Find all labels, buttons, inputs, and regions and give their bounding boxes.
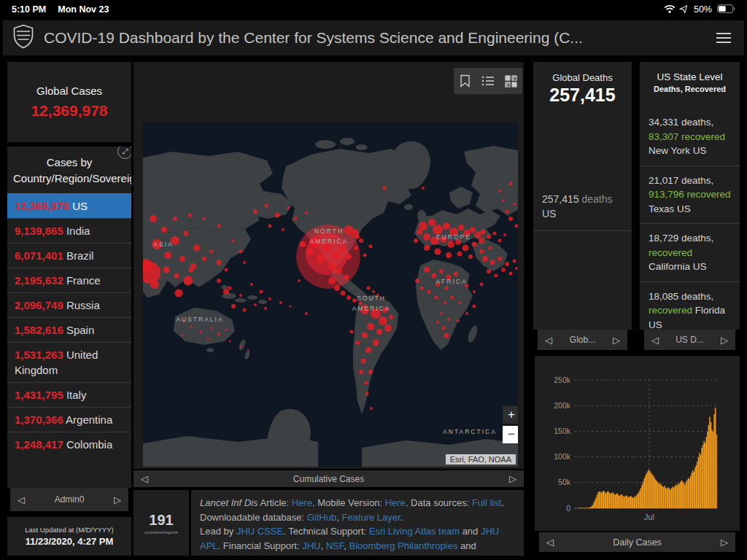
state-row[interactable]: 34,331 deaths, 83,307 recovered New York…	[640, 108, 740, 166]
page-title: COVID-19 Dashboard by the Center for Sys…	[44, 29, 703, 47]
expand-icon[interactable]: ⤢	[117, 147, 131, 159]
credit-link[interactable]: Full list	[472, 497, 501, 508]
credit-text: . Mobile Version:	[312, 497, 385, 508]
pager-prev-icon[interactable]: ◁	[545, 335, 552, 346]
state-row[interactable]: 21,017 deaths, 913,796 recovered Texas U…	[640, 166, 740, 225]
location-arrow-icon	[681, 4, 689, 15]
global-cases-panel: Global Cases 12,369,978	[7, 62, 131, 142]
country-row[interactable]: 1,531,263 United Kingdom	[7, 342, 131, 382]
pager-label: Glob...	[552, 335, 613, 345]
wifi-icon	[664, 4, 676, 15]
bookmark-icon[interactable]	[458, 74, 473, 88]
country-list: 12,369,978 US9,139,865 India6,071,401 Br…	[7, 193, 131, 456]
country-row[interactable]: 2,096,749 Russia	[7, 292, 131, 317]
global-deaths-value: 257,415	[533, 85, 632, 106]
y-tick-label: 100k	[554, 452, 571, 461]
jhu-logo-icon	[13, 24, 34, 52]
x-tick-label: Jul	[644, 513, 654, 521]
credit-link[interactable]: NSF	[326, 540, 344, 551]
country-name: US	[72, 200, 88, 212]
daily-cases-chart: 050k100k150k200k250kJul	[535, 356, 740, 531]
y-tick-label: 150k	[554, 427, 571, 435]
cases-by-country-title: Cases by Country/Region/Sovereignty	[7, 147, 131, 193]
pager-next-icon[interactable]: ▷	[613, 335, 620, 346]
state-recovered: recovered	[649, 305, 692, 316]
credit-link[interactable]: Here	[292, 497, 312, 508]
credit-text: Lead by	[200, 526, 236, 537]
case-count: 1,431,795	[15, 389, 63, 401]
pager-label: Daily Cases	[554, 537, 721, 548]
credit-text: Article:	[258, 497, 292, 508]
us-state-level-panel: US State Level Deaths, Recovered 34,331 …	[640, 62, 740, 330]
last-updated-panel: Last Updated at (M/D/YYYY) 11/23/2020, 4…	[7, 517, 131, 556]
credit-text: . Technical Support:	[283, 526, 369, 537]
countries-count-panel: 191 countries/regions	[133, 490, 189, 556]
country-row[interactable]: 1,582,616 Spain	[7, 317, 131, 342]
pager-prev-icon[interactable]: ◁	[651, 335, 659, 346]
country-row[interactable]: 2,195,632 France	[7, 268, 131, 292]
world-map[interactable]: ASIANORTH AMERICAEUROPEAFRICASOUTH AMERI…	[143, 122, 518, 467]
country-row[interactable]: 1,431,795 Italy	[7, 382, 131, 407]
country-name: Colombia	[66, 438, 112, 451]
credit-link[interactable]: Esri Living Atlas team	[369, 526, 460, 537]
credit-text: ,	[320, 540, 325, 551]
pager-next-icon[interactable]: ▷	[721, 537, 728, 548]
pager-label: US D...	[659, 335, 721, 345]
pager-next-icon[interactable]: ▷	[509, 473, 516, 484]
credit-text: ,	[344, 540, 349, 551]
pager-next-icon[interactable]: ▷	[114, 494, 121, 505]
pager-label: Admin0	[25, 494, 114, 505]
zoom-in-button[interactable]: +	[503, 406, 518, 424]
state-place: New York US	[649, 145, 707, 156]
screen: 5:10 PM Mon Nov 23 50% COVID-19 Dashboar…	[0, 0, 747, 560]
country-row[interactable]: 6,071,401 Brazil	[7, 243, 131, 268]
country-name: Argentina	[66, 413, 112, 426]
map-attribution: Esri, FAO, NOAA	[446, 454, 516, 464]
state-place: Texas US	[649, 203, 691, 214]
credit-text: Lancet Inf Dis	[200, 497, 258, 508]
global-deaths-panel: Global Deaths 257,415 257,415 deaths US	[533, 62, 632, 330]
basemap-icon[interactable]	[503, 74, 518, 88]
state-row[interactable]: 18,729 deaths, recovered California US	[640, 224, 740, 282]
credit-link[interactable]: Here	[385, 497, 406, 508]
credit-link[interactable]: GitHub	[307, 512, 336, 523]
global-deaths-label: Global Deaths	[533, 72, 632, 83]
state-place: California US	[649, 261, 707, 272]
country-row[interactable]: 9,139,865 India	[7, 218, 131, 243]
last-updated-label: Last Updated at (M/D/YYYY)	[25, 526, 113, 534]
pager-prev-icon[interactable]: ◁	[546, 537, 554, 548]
last-updated-value: 11/23/2020, 4:27 PM	[26, 536, 114, 547]
state-recovered: 83,307 recovered	[649, 131, 725, 142]
case-count: 1,582,616	[15, 324, 63, 336]
credit-text: . Financial Support:	[218, 540, 303, 551]
credit-link[interactable]: Feature Layer	[341, 512, 400, 523]
credit-text: and	[457, 540, 476, 551]
deaths-place: US	[542, 208, 556, 219]
y-tick-label: 200k	[554, 401, 571, 410]
country-row[interactable]: 12,369,978 US	[7, 193, 131, 218]
battery-percent: 50%	[694, 4, 712, 15]
menu-icon[interactable]	[713, 30, 734, 46]
deaths-unit: deaths	[579, 193, 613, 205]
zoom-out-button[interactable]: −	[503, 426, 518, 443]
pager-next-icon[interactable]: ▷	[721, 335, 728, 346]
status-date: Mon Nov 23	[58, 4, 109, 15]
legend-list-icon[interactable]	[481, 74, 495, 88]
country-name: India	[66, 225, 90, 237]
country-row[interactable]: 1,248,417 Colombia	[7, 432, 131, 456]
credit-link[interactable]: JHU CSSE	[236, 526, 283, 537]
status-bar: 5:10 PM Mon Nov 23 50%	[0, 0, 747, 18]
case-count: 2,195,632	[15, 274, 63, 287]
map-pager: ◁ Cumulative Cases ▷	[133, 470, 524, 487]
country-name: France	[66, 274, 101, 287]
pager-prev-icon[interactable]: ◁	[141, 473, 148, 484]
state-row[interactable]: 18,085 deaths, recovered Florida US	[640, 282, 740, 330]
credit-link[interactable]: JHU	[302, 540, 320, 551]
pager-prev-icon[interactable]: ◁	[18, 494, 25, 505]
deaths-row[interactable]: 257,415 deaths US	[533, 192, 632, 231]
country-row[interactable]: 1,370,366 Argentina	[7, 407, 131, 432]
state-recovered: 913,796 recovered	[649, 189, 731, 200]
state-deaths: 21,017 deaths,	[649, 175, 713, 186]
us-state-level-title: US State Level	[640, 71, 740, 82]
credit-link[interactable]: Bloomberg Philanthropies	[349, 540, 458, 551]
